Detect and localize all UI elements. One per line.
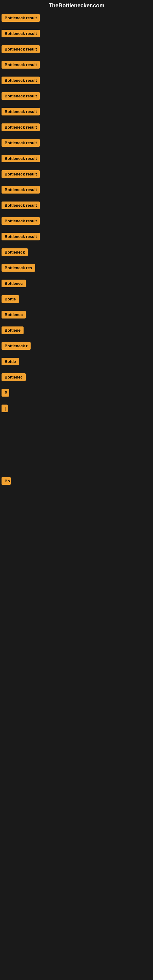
bottleneck-badge[interactable]: Bottleneck result xyxy=(2,108,40,115)
list-item xyxy=(2,458,153,470)
list-item: Bottleneck result xyxy=(2,92,153,101)
bottleneck-badge[interactable]: Bottleneck result xyxy=(2,61,40,68)
bottleneck-badge[interactable]: Bottle xyxy=(2,295,19,303)
bottleneck-badge[interactable]: Bottleneck result xyxy=(2,123,40,131)
bottleneck-badge[interactable]: Bottleneck result xyxy=(2,45,40,53)
bottleneck-badge[interactable]: Bottleneck r xyxy=(2,342,30,350)
bottleneck-badge[interactable]: | xyxy=(2,404,8,412)
bottleneck-badge[interactable]: Bottlenec xyxy=(2,373,26,381)
bottleneck-badge[interactable]: Bottlenec xyxy=(2,311,26,318)
bottleneck-badge[interactable]: Bottleneck result xyxy=(2,76,40,84)
list-item: Bottlenec xyxy=(2,311,153,320)
list-item: Bottle xyxy=(2,295,153,304)
bottleneck-badge[interactable]: Bottleneck result xyxy=(2,233,40,240)
bottleneck-badge[interactable]: Bottleneck result xyxy=(2,30,40,37)
list-item: | xyxy=(2,404,153,414)
bottleneck-badge[interactable]: Bottleneck result xyxy=(2,139,40,147)
list-item: Bottleneck result xyxy=(2,139,153,148)
list-item: B xyxy=(2,389,153,398)
bottleneck-badge[interactable]: Bottleneck xyxy=(2,248,28,256)
items-container: Bottleneck resultBottleneck resultBottle… xyxy=(0,13,153,615)
list-item: Bottleneck result xyxy=(2,170,153,179)
list-item xyxy=(2,420,153,433)
list-item: Bottleneck result xyxy=(2,123,153,132)
bottleneck-badge[interactable]: Bottlenec xyxy=(2,280,26,287)
bottleneck-badge[interactable]: Bottleneck res xyxy=(2,264,35,272)
list-item: Bottleneck result xyxy=(2,155,153,164)
list-item: Bottleneck res xyxy=(2,264,153,273)
list-item: Bottleneck result xyxy=(2,108,153,117)
bottleneck-badge[interactable]: Bottleneck result xyxy=(2,186,40,194)
bottleneck-badge[interactable]: Bottleneck result xyxy=(2,217,40,225)
list-item: Bottleneck result xyxy=(2,30,153,38)
list-item: Bottleneck result xyxy=(2,45,153,54)
bottleneck-badge[interactable]: Bottleneck result xyxy=(2,155,40,162)
list-item: Bottleneck r xyxy=(2,342,153,351)
list-item: Bottlenec xyxy=(2,280,153,288)
bottleneck-badge[interactable]: Bottle xyxy=(2,358,19,365)
bottleneck-badge[interactable]: Bo xyxy=(2,477,11,485)
bottleneck-badge[interactable]: Bottleneck result xyxy=(2,92,40,100)
bottleneck-badge[interactable]: Bottleneck result xyxy=(2,14,40,22)
bottleneck-badge[interactable]: Bottleneck result xyxy=(2,202,40,209)
site-title: TheBottlenecker.com xyxy=(0,0,153,13)
list-item: Bottleneck result xyxy=(2,233,153,242)
list-item: Bottleneck result xyxy=(2,61,153,70)
list-item: Bottleneck result xyxy=(2,202,153,210)
bottleneck-badge[interactable]: Bottlene xyxy=(2,326,24,334)
list-item: Bottleneck result xyxy=(2,217,153,226)
list-item: Bottleneck result xyxy=(2,14,153,23)
bottleneck-badge[interactable]: B xyxy=(2,389,9,396)
list-item: Bottlene xyxy=(2,326,153,335)
list-item: Bottleneck result xyxy=(2,186,153,195)
list-item: Bottleneck result xyxy=(2,76,153,86)
bottleneck-badge[interactable]: Bottleneck result xyxy=(2,170,40,178)
list-item: Bottlenec xyxy=(2,373,153,382)
list-item: Bottle xyxy=(2,358,153,367)
list-item: Bo xyxy=(2,477,153,486)
list-item xyxy=(2,439,153,452)
list-item: Bottleneck xyxy=(2,248,153,257)
